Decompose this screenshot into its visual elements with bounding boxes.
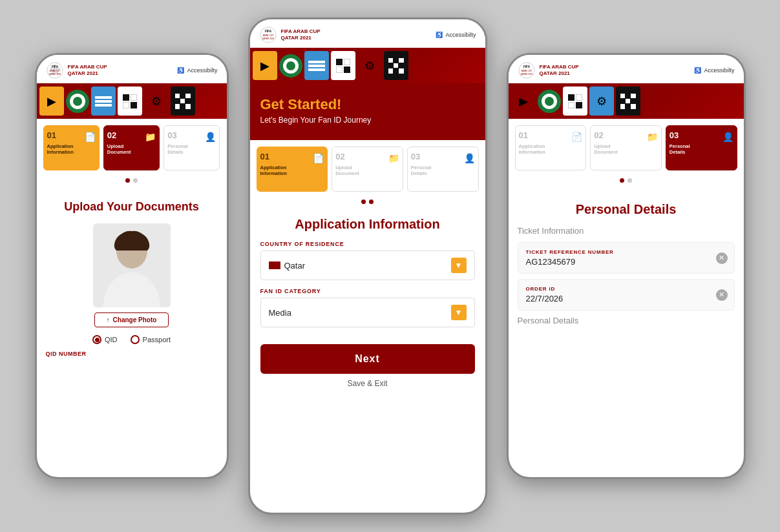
country-dropdown-icon[interactable]: ▼ [451, 258, 467, 273]
banner-item-2 [66, 90, 89, 113]
step2-icon-right: 📁 [647, 132, 658, 142]
app-info-title: Application Information [260, 217, 475, 232]
ticket-info-label: Ticket Information [518, 226, 735, 236]
step-1-mid[interactable]: 01 📄 ApplicationInformation [257, 147, 328, 192]
radio-passport[interactable]: Passport [131, 335, 171, 344]
step-3-left[interactable]: 03 👤 PersonalDetails [163, 125, 220, 170]
banner-mid-5: ⚙ [357, 51, 382, 80]
ticket-ref-value: AG12345679 [526, 257, 726, 267]
radio-passport-dot [131, 335, 140, 344]
banner-r-3 [563, 87, 587, 116]
step-2-mid[interactable]: 02 📁 UploadDocument [332, 147, 403, 192]
qid-number-label: QID NUMBER [46, 351, 218, 357]
order-id-clear-button[interactable]: ✕ [716, 289, 728, 301]
banner-item-6 [171, 87, 195, 116]
page-dots-mid [250, 196, 485, 208]
phone-middle: FIFA ARAB CUP QATAR 2021 FIFA Arab Cup Q… [248, 17, 487, 515]
phone-right-header: FIFA ARAB CUP QATAR 2021 FIFA Arab Cup Q… [509, 55, 744, 83]
step1-icon-mid: 📄 [313, 153, 324, 163]
svg-text:QATAR 2021: QATAR 2021 [262, 37, 274, 40]
fanid-dropdown-icon[interactable]: ▼ [451, 305, 467, 320]
phone-middle-header: FIFA ARAB CUP QATAR 2021 FIFA Arab Cup Q… [250, 19, 485, 48]
step-3-mid[interactable]: 03 👤 PersonalDetails [407, 147, 479, 192]
step-1-left[interactable]: 01 📄 ApplicationInformation [43, 125, 100, 170]
svg-text:ARAB CUP: ARAB CUP [521, 70, 532, 72]
step3-icon-mid: 👤 [464, 153, 475, 163]
page-dots-right [509, 174, 744, 187]
accessibility-left[interactable]: ♿ Accessibilty [177, 67, 217, 74]
get-started-sub: Let's Begin Your Fan ID Journey [260, 116, 475, 125]
accessibility-icon-mid: ♿ [436, 32, 443, 38]
banner-r-5 [616, 87, 640, 116]
next-button[interactable]: Next [260, 344, 475, 374]
ticket-reference-field: TICKET REFERENCE NUMBER AG12345679 ✕ [518, 242, 735, 274]
ticket-ref-label: TICKET REFERENCE NUMBER [526, 249, 726, 255]
banner-left: ▶ ⚙ [37, 83, 227, 119]
steps-left: 01 📄 ApplicationInformation 02 📁 UploadD… [37, 119, 227, 174]
accessibility-icon: ♿ [177, 67, 184, 74]
radio-qid[interactable]: QID [92, 335, 118, 344]
banner-r-4: ⚙ [589, 87, 614, 116]
phone-left-header: FIFA ARAB CUP QATAR 2021 FIFA Arab Cup Q… [37, 55, 227, 83]
accessibility-mid[interactable]: ♿ Accessibilty [436, 32, 476, 38]
banner-mid-6 [384, 51, 408, 80]
fanid-select[interactable]: Media ▼ [260, 298, 475, 327]
step-2-right[interactable]: 02 📁 UploadDocument [590, 125, 662, 170]
qatar-flag-icon [269, 261, 280, 269]
step1-icon: 📄 [85, 132, 96, 142]
logo-text-right: FIFA Arab Cup Qatar 2021 [540, 64, 579, 76]
step1-icon-right: 📄 [571, 132, 582, 142]
banner-item-1: ▶ [39, 87, 64, 116]
fifa-logo-icon-mid: FIFA ARAB CUP QATAR 2021 [259, 26, 277, 44]
logo-middle: FIFA ARAB CUP QATAR 2021 FIFA Arab Cup Q… [259, 26, 321, 44]
order-id-label: ORDER ID [526, 286, 726, 292]
logo-left: FIFA ARAB CUP QATAR 2021 FIFA Arab Cup Q… [46, 61, 107, 79]
banner-r-2 [538, 90, 561, 113]
ticket-ref-clear-button[interactable]: ✕ [716, 252, 728, 264]
page-dots-left [37, 174, 227, 187]
fifa-logo-icon-right: FIFA ARAB CUP QATAR 2021 [518, 61, 536, 79]
banner-mid-4 [331, 51, 355, 80]
photo-box [93, 223, 171, 307]
save-exit-button[interactable]: Save & Exit [260, 379, 475, 388]
fanid-group: FAN ID CATEGORY Media ▼ [260, 288, 475, 327]
photo-area: ↑ Change Photo [46, 223, 218, 327]
person-photo [93, 223, 171, 307]
svg-text:ARAB CUP: ARAB CUP [262, 34, 273, 37]
get-started-title: Get Started! [260, 96, 475, 113]
banner-item-4 [118, 87, 142, 116]
country-value: Qatar [269, 261, 306, 271]
upload-title: Upload Your Documents [46, 200, 218, 214]
svg-text:ARAB CUP: ARAB CUP [49, 70, 60, 72]
dot-2 [133, 178, 138, 183]
banner-r-1: ▶ [511, 87, 536, 116]
order-id-field: ORDER ID 22/7/2026 ✕ [518, 279, 735, 311]
banner-mid-3 [304, 51, 329, 80]
dot-r-1 [620, 178, 624, 183]
banner-item-3 [91, 87, 116, 116]
steps-mid: 01 📄 ApplicationInformation 02 📁 UploadD… [250, 140, 485, 196]
dot-mid-1 [361, 200, 366, 204]
svg-text:FIFA: FIFA [523, 65, 530, 68]
get-started-header: Get Started! Let's Begin Your Fan ID Jou… [250, 83, 485, 140]
country-group: COUNTRY OF RESIDENCE Qatar ▼ [260, 241, 475, 280]
upload-content: Upload Your Documents ↑ Change Photo [37, 187, 227, 363]
phone-right: FIFA ARAB CUP QATAR 2021 FIFA Arab Cup Q… [507, 53, 746, 479]
step2-icon-mid: 📁 [388, 153, 399, 163]
step-1-right[interactable]: 01 📄 ApplicationInformation [515, 125, 587, 170]
accessibility-icon-right: ♿ [694, 67, 701, 74]
step3-icon: 👤 [205, 132, 216, 142]
step2-icon: 📁 [145, 132, 156, 142]
svg-text:FIFA: FIFA [51, 65, 58, 68]
logo-text-left: FIFA Arab Cup Qatar 2021 [68, 64, 107, 76]
accessibility-right[interactable]: ♿ Accessibilty [694, 67, 734, 74]
step-3-right[interactable]: 03 👤 PersonalDetails [666, 125, 737, 170]
step-2-left[interactable]: 02 📁 UploadDocument [103, 125, 160, 170]
svg-text:QATAR 2021: QATAR 2021 [48, 73, 61, 76]
country-label: COUNTRY OF RESIDENCE [260, 241, 475, 247]
radio-group: QID Passport [46, 335, 218, 344]
change-photo-button[interactable]: ↑ Change Photo [94, 312, 169, 327]
svg-text:FIFA: FIFA [264, 30, 271, 33]
banner-mid: ▶ ⚙ [250, 48, 485, 83]
country-select[interactable]: Qatar ▼ [260, 251, 475, 280]
